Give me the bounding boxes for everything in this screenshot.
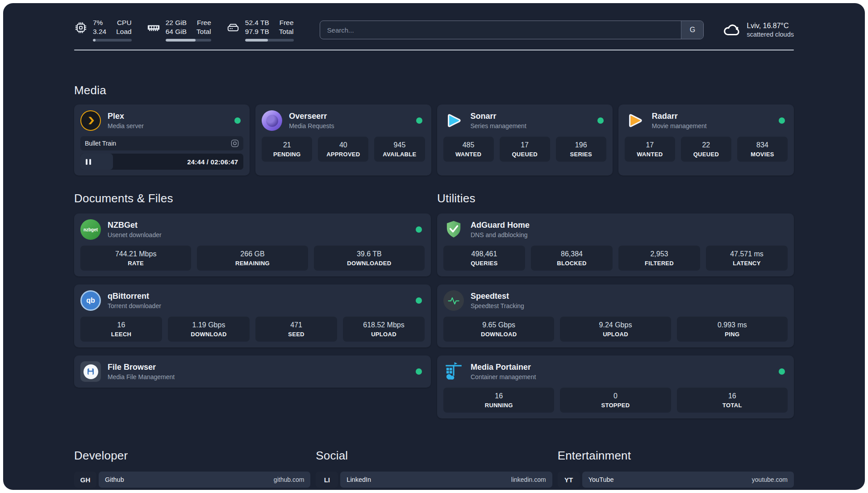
card-subtitle: Movie management bbox=[652, 122, 707, 130]
section-title-developer: Developer bbox=[74, 449, 310, 463]
sonarr-icon bbox=[443, 110, 464, 131]
bookmark-youtube[interactable]: YT YouTube youtube.com bbox=[558, 472, 794, 488]
bookmark-abbr: LI bbox=[316, 472, 338, 488]
dashboard: 7% CPU 3.24 Load bbox=[3, 3, 865, 490]
card-title: Sonarr bbox=[471, 112, 526, 121]
stat-leech: 16 LEECH bbox=[80, 317, 162, 342]
card-title: File Browser bbox=[108, 363, 175, 372]
portainer-icon bbox=[443, 361, 464, 382]
card-sonarr[interactable]: Sonarr Series management 485 WANTED 17 Q… bbox=[437, 104, 613, 175]
bookmark-group-entertainment: Entertainment YT YouTube youtube.com NF … bbox=[558, 449, 794, 490]
card-title: AdGuard Home bbox=[471, 221, 530, 230]
stat-wanted: 485 WANTED bbox=[443, 137, 494, 162]
bookmark-github[interactable]: GH Github github.com bbox=[74, 472, 310, 488]
bookmark-name: LinkedIn bbox=[346, 476, 371, 483]
cpu-load-value: 3.24 bbox=[93, 28, 106, 36]
weather-widget[interactable]: Lviv, 16.87°C scattered clouds bbox=[722, 21, 794, 39]
playback-time: 24:44 / 02:06:47 bbox=[187, 158, 238, 166]
status-dot bbox=[779, 117, 785, 124]
card-subtitle: Media server bbox=[108, 122, 144, 130]
storage-usage-bar bbox=[245, 39, 294, 42]
status-dot bbox=[416, 117, 422, 124]
storage-total-value: 97.9 TB bbox=[245, 28, 269, 36]
bookmark-linkedin[interactable]: LI LinkedIn linkedin.com bbox=[316, 472, 552, 488]
documents-column: Documents & Files nzbget NZBGet Usenet d… bbox=[74, 192, 431, 418]
nzbget-icon: nzbget bbox=[80, 219, 101, 240]
card-qbittorrent[interactable]: qb qBittorrent Torrent downloader 16 LEE… bbox=[74, 284, 431, 347]
memory-icon bbox=[147, 21, 160, 34]
speedtest-icon bbox=[443, 290, 464, 311]
stat-queued: 22 QUEUED bbox=[681, 137, 731, 162]
bookmark-abbr: GH bbox=[74, 472, 96, 488]
bookmark-group-developer: Developer GH Github github.com SO StackO… bbox=[74, 449, 310, 490]
card-title: Speedtest bbox=[471, 292, 524, 301]
stat-pending: 21 PENDING bbox=[262, 137, 312, 162]
stat-remaining: 266 GB REMAINING bbox=[197, 246, 308, 271]
now-playing-row[interactable]: Bullet Train bbox=[80, 136, 243, 150]
status-dot bbox=[779, 368, 785, 375]
stat-queries: 498,461 QUERIES bbox=[443, 246, 525, 271]
playback-progress-bar[interactable]: 24:44 / 02:06:47 bbox=[80, 154, 243, 170]
qbittorrent-icon: qb bbox=[80, 290, 101, 311]
cloud-icon bbox=[722, 21, 741, 39]
card-subtitle: Usenet downloader bbox=[108, 231, 162, 238]
status-dot bbox=[416, 297, 422, 304]
search-engine-button[interactable]: G bbox=[681, 21, 703, 39]
stat-movies: 834 MOVIES bbox=[737, 137, 788, 162]
section-title-entertainment: Entertainment bbox=[558, 449, 794, 463]
storage-icon bbox=[226, 21, 240, 34]
weather-location: Lviv, 16.87°C bbox=[747, 22, 794, 30]
top-bar: 7% CPU 3.24 Load bbox=[74, 18, 794, 42]
card-subtitle: Media File Management bbox=[108, 373, 175, 380]
card-plex[interactable]: Plex Media server Bullet Train bbox=[74, 104, 250, 175]
stat-running: 16 RUNNING bbox=[443, 388, 554, 413]
card-title: NZBGet bbox=[108, 221, 162, 230]
now-playing-widget: Bullet Train 24:44 / 02:06:47 bbox=[80, 136, 243, 170]
card-radarr[interactable]: Radarr Movie management 17 WANTED 22 QUE… bbox=[618, 104, 794, 175]
card-title: Media Portainer bbox=[471, 363, 536, 372]
card-title: Plex bbox=[108, 112, 144, 121]
storage-stat: 52.4 TB Free 97.9 TB Total bbox=[226, 19, 294, 42]
bookmark-url: youtube.com bbox=[752, 476, 788, 483]
card-subtitle: Media Requests bbox=[289, 122, 334, 130]
storage-total-label: Total bbox=[279, 28, 294, 36]
stat-wanted: 17 WANTED bbox=[625, 137, 675, 162]
memory-total-label: Total bbox=[196, 28, 211, 36]
cpu-usage-label: CPU bbox=[116, 19, 131, 27]
cpu-stat: 7% CPU 3.24 Load bbox=[74, 19, 132, 42]
card-subtitle: Container management bbox=[471, 373, 536, 380]
card-speedtest[interactable]: Speedtest Speedtest Tracking 9.65 Gbps D… bbox=[437, 284, 794, 347]
card-filebrowser[interactable]: File Browser Media File Management bbox=[74, 355, 431, 388]
status-dot bbox=[416, 368, 422, 375]
section-title-social: Social bbox=[316, 449, 552, 463]
memory-free-value: 22 GiB bbox=[166, 19, 187, 27]
bookmark-name: Github bbox=[105, 476, 124, 483]
stat-downloaded: 39.6 TB DOWNLOADED bbox=[314, 246, 425, 271]
card-overseerr[interactable]: Overseerr Media Requests 21 PENDING 40 A… bbox=[255, 104, 431, 175]
storage-free-label: Free bbox=[279, 19, 294, 27]
bookmark-abbr: YT bbox=[558, 472, 580, 488]
status-dot bbox=[234, 117, 241, 124]
bookmark-name: YouTube bbox=[588, 476, 614, 483]
card-adguard[interactable]: AdGuard Home DNS and adblocking 498,461 … bbox=[437, 213, 794, 276]
bookmark-group-social: Social LI LinkedIn linkedin.com TW Twitt… bbox=[316, 449, 552, 490]
now-playing-title: Bullet Train bbox=[85, 140, 116, 147]
section-title-media: Media bbox=[74, 84, 794, 97]
pause-icon bbox=[86, 159, 91, 165]
utilities-column: Utilities bbox=[437, 192, 794, 418]
status-dot bbox=[416, 226, 422, 233]
bookmark-url: github.com bbox=[274, 476, 304, 483]
memory-stat: 22 GiB Free 64 GiB Total bbox=[147, 19, 211, 42]
session-info-icon[interactable] bbox=[231, 139, 239, 147]
stat-latency: 47.571 ms LATENCY bbox=[706, 246, 788, 271]
card-title: qBittorrent bbox=[108, 292, 161, 301]
stat-upload: 9.24 Gbps UPLOAD bbox=[560, 317, 671, 342]
search-input[interactable] bbox=[320, 21, 681, 39]
card-nzbget[interactable]: nzbget NZBGet Usenet downloader 744.21 M… bbox=[74, 213, 431, 276]
stat-queued: 17 QUEUED bbox=[500, 137, 550, 162]
stat-seed: 471 SEED bbox=[255, 317, 337, 342]
adguard-icon bbox=[443, 219, 464, 240]
filebrowser-icon bbox=[80, 361, 101, 382]
card-portainer[interactable]: Media Portainer Container management 16 … bbox=[437, 355, 794, 418]
card-subtitle: DNS and adblocking bbox=[471, 231, 530, 238]
